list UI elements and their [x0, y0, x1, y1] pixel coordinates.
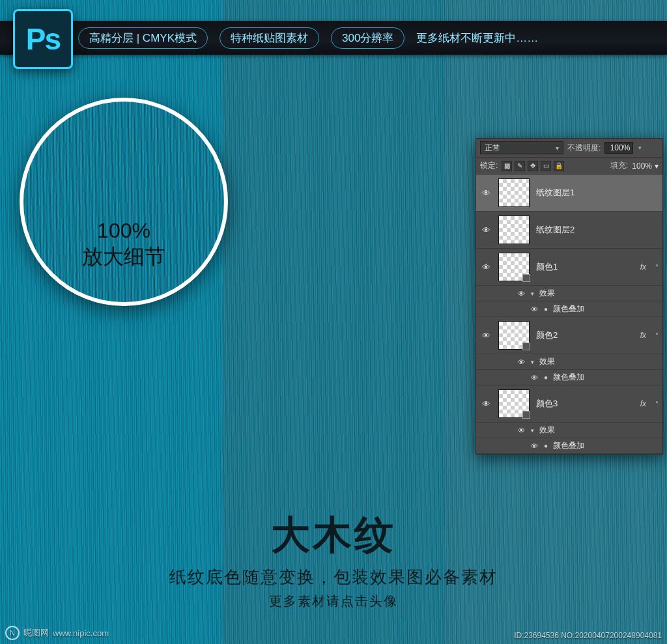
lock-label: 锁定:	[480, 160, 498, 171]
fx-collapse-icon[interactable]: ˄	[655, 400, 659, 408]
layer-row[interactable]: 👁纸纹图层2	[476, 212, 662, 249]
mask-corner-icon	[522, 274, 530, 282]
visibility-eye-icon[interactable]: 👁	[480, 331, 492, 341]
lock-all-icon[interactable]: 🔒	[554, 161, 564, 171]
fx-effect-item[interactable]: 👁●颜色叠加	[476, 301, 662, 317]
fx-effect-name: 颜色叠加	[553, 372, 584, 383]
fx-effects-row[interactable]: 👁▾效果	[476, 354, 662, 370]
opacity-label: 不透明度:	[567, 143, 601, 154]
watermark-site-url: www.nipic.com	[53, 628, 109, 638]
bullet-icon: ●	[544, 374, 548, 381]
layer-name: 颜色1	[536, 261, 634, 273]
triangle-down-icon: ▾	[531, 290, 534, 297]
lock-brush-icon[interactable]: ✎	[515, 161, 525, 171]
visibility-eye-icon[interactable]: 👁	[480, 262, 492, 272]
layer-row[interactable]: 👁颜色1fx˄	[476, 249, 662, 286]
photoshop-icon-text: Ps	[26, 21, 60, 57]
visibility-eye-icon[interactable]: 👁	[480, 188, 492, 198]
layer-thumbnail[interactable]	[498, 321, 530, 350]
triangle-down-icon: ▾	[531, 427, 534, 434]
fx-effects-row[interactable]: 👁▾效果	[476, 423, 662, 438]
lock-transparent-icon[interactable]: ▩	[502, 161, 512, 171]
visibility-eye-icon[interactable]: 👁	[530, 374, 539, 382]
watermark-logo-icon: N	[5, 626, 20, 640]
fx-collapse-icon[interactable]: ˄	[655, 264, 659, 271]
layer-row[interactable]: 👁颜色3fx˄	[476, 385, 662, 423]
layer-thumbnail[interactable]	[498, 216, 530, 244]
layer-list: 👁纸纹图层1👁纸纹图层2👁颜色1fx˄👁▾效果👁●颜色叠加👁颜色2fx˄👁▾效果…	[476, 175, 662, 454]
fx-effects-label: 效果	[539, 425, 555, 436]
layer-name: 纸纹图层1	[536, 187, 659, 199]
layers-panel: 正常 ▾ 不透明度: 100% ▾ 锁定: ▩ ✎ ✥ ▭ 🔒 填充: 100%…	[475, 138, 663, 455]
fx-badge: fx	[640, 262, 646, 272]
visibility-eye-icon[interactable]: 👁	[517, 358, 526, 366]
fx-collapse-icon[interactable]: ˄	[655, 332, 659, 339]
zoom-line1: 100%	[23, 217, 224, 244]
layer-thumbnail[interactable]	[498, 178, 530, 207]
visibility-eye-icon[interactable]: 👁	[530, 442, 539, 450]
photoshop-app-icon: Ps	[13, 9, 73, 69]
top-info-bar: 高精分层 | CMYK模式 特种纸贴图素材 300分辨率 更多纸材不断更新中……	[0, 21, 667, 55]
mask-corner-icon	[522, 343, 530, 350]
fx-effects-label: 效果	[539, 288, 555, 299]
fill-dropdown-icon[interactable]: ▾	[655, 161, 659, 171]
layer-row[interactable]: 👁纸纹图层1	[476, 175, 662, 212]
visibility-eye-icon[interactable]: 👁	[480, 399, 492, 409]
layer-thumbnail[interactable]	[498, 253, 530, 281]
opacity-value[interactable]: 100%	[604, 142, 633, 154]
layer-name: 纸纹图层2	[536, 224, 659, 236]
top-trailing-text: 更多纸材不断更新中……	[416, 31, 538, 46]
chevron-down-icon: ▾	[556, 145, 559, 152]
watermark-site-cn: 昵图网	[23, 627, 49, 639]
blend-mode-dropdown[interactable]: 正常 ▾	[480, 141, 563, 154]
lock-move-icon[interactable]: ✥	[528, 161, 538, 171]
layer-thumbnail[interactable]	[498, 389, 530, 418]
bullet-icon: ●	[544, 305, 548, 313]
fx-badge: fx	[640, 399, 646, 408]
fx-effects-row[interactable]: 👁▾效果	[476, 286, 662, 301]
fx-effect-name: 颜色叠加	[553, 440, 584, 451]
layer-name: 颜色3	[536, 398, 634, 410]
bottom-caption: 大木纹 纸纹底色随意变换，包装效果图必备素材 更多素材请点击头像	[0, 509, 667, 610]
visibility-eye-icon[interactable]: 👁	[517, 290, 526, 298]
opacity-dropdown-icon[interactable]: ▾	[637, 145, 643, 151]
visibility-eye-icon[interactable]: 👁	[530, 305, 539, 313]
layers-panel-header-row1: 正常 ▾ 不透明度: 100% ▾	[476, 139, 662, 158]
zoom-caption: 100% 放大细节	[23, 217, 224, 270]
fx-effect-item[interactable]: 👁●颜色叠加	[476, 438, 662, 454]
zoom-detail-circle: 100% 放大细节	[20, 98, 228, 306]
blend-mode-value: 正常	[485, 143, 500, 154]
mask-corner-icon	[522, 411, 530, 419]
bottom-subtitle: 纸纹底色随意变换，包装效果图必备素材	[0, 566, 667, 589]
pill-layers-cmyk: 高精分层 | CMYK模式	[78, 27, 208, 49]
watermark-left: N 昵图网 www.nipic.com	[5, 626, 109, 640]
fill-label: 填充:	[610, 160, 628, 171]
fx-badge: fx	[640, 331, 646, 340]
lock-artboard-icon[interactable]: ▭	[541, 161, 551, 171]
watermark-right: ID:23694536 NO:20200407200248904081	[514, 631, 662, 640]
bullet-icon: ●	[544, 442, 548, 449]
layer-row[interactable]: 👁颜色2fx˄	[476, 317, 662, 354]
visibility-eye-icon[interactable]: 👁	[480, 225, 492, 235]
fx-effects-label: 效果	[539, 356, 555, 367]
pill-paper-texture: 特种纸贴图素材	[220, 27, 319, 49]
triangle-down-icon: ▾	[531, 359, 534, 365]
fill-value[interactable]: 100%	[632, 161, 652, 171]
zoom-line2: 放大细节	[23, 244, 224, 270]
bottom-title: 大木纹	[0, 509, 667, 562]
visibility-eye-icon[interactable]: 👁	[517, 427, 526, 434]
layer-name: 颜色2	[536, 329, 634, 341]
fx-effect-name: 颜色叠加	[553, 303, 584, 315]
bottom-subtitle-2: 更多素材请点击头像	[0, 593, 667, 610]
pill-resolution: 300分辨率	[331, 27, 404, 49]
layers-panel-header-row2: 锁定: ▩ ✎ ✥ ▭ 🔒 填充: 100% ▾	[476, 158, 662, 175]
fx-effect-item[interactable]: 👁●颜色叠加	[476, 370, 662, 385]
